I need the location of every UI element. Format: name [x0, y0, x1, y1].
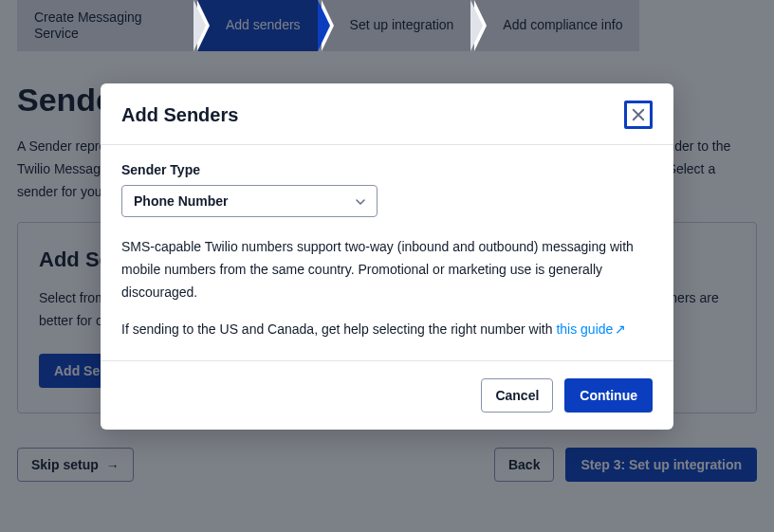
- close-button[interactable]: [624, 101, 653, 129]
- continue-button[interactable]: Continue: [564, 378, 653, 413]
- sender-type-value: Phone Number: [134, 193, 229, 209]
- external-link-icon: ↗: [615, 319, 626, 341]
- this-guide-link[interactable]: this guide ↗: [556, 321, 626, 337]
- modal-para2-prefix: If sending to the US and Canada, get hel…: [121, 321, 556, 337]
- modal-title: Add Senders: [121, 104, 238, 126]
- chevron-down-icon: [356, 195, 365, 207]
- sender-type-label: Sender Type: [121, 162, 653, 177]
- modal-description-2: If sending to the US and Canada, get hel…: [121, 319, 653, 341]
- sender-type-select[interactable]: Phone Number: [121, 185, 378, 217]
- modal-overlay: Add Senders Sender Type Phone Number SMS…: [0, 0, 774, 532]
- add-senders-modal: Add Senders Sender Type Phone Number SMS…: [101, 83, 673, 430]
- close-icon: [630, 106, 647, 123]
- cancel-button[interactable]: Cancel: [481, 378, 553, 413]
- modal-description-1: SMS-capable Twilio numbers support two-w…: [121, 236, 653, 303]
